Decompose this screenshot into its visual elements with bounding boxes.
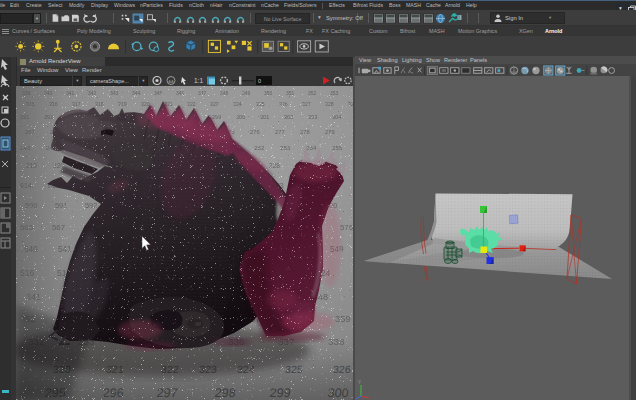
svg-text:Y: Y [358, 380, 361, 385]
svg-text:1:1: 1:1 [194, 77, 203, 84]
svg-text:0: 0 [258, 78, 261, 84]
svg-text:AA: AA [168, 78, 174, 83]
